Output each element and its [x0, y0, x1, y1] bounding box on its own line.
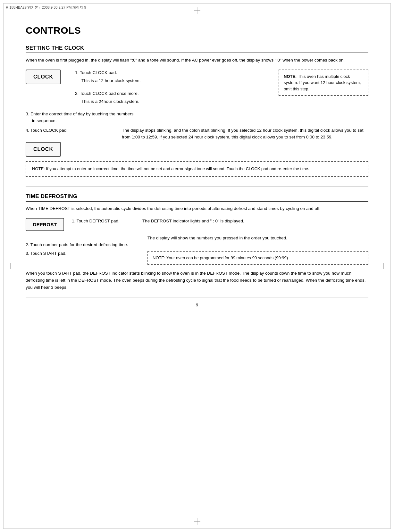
time-defrosting-title: TIME DEFROSTING — [26, 193, 368, 202]
page-title: CONTROLS — [26, 25, 368, 36]
defrost-step3-row: 3. Touch START pad. NOTE: Your oven can … — [26, 251, 368, 265]
defrost-step2-right: The display will show the numbers you pr… — [147, 235, 368, 242]
defrost-step1-right: The DEFROST indicator lights and " : 0" … — [142, 218, 368, 225]
defrost-note-box: NOTE: Your oven can be programmed for 99… — [147, 251, 368, 265]
defrost-note-bold: NOTE: — [153, 255, 165, 260]
bottom-divider — [26, 297, 368, 297]
setting-clock-title: SETTING THE CLOCK — [26, 45, 368, 53]
defrost-step1-left: 1. Touch DEFROST pad. — [72, 218, 142, 225]
step2b-text: This is a 24hour clock system. — [81, 98, 272, 105]
clock-step4-row: 4. Touch CLOCK pad. CLOCK The display st… — [26, 127, 368, 157]
defrost-step3-text: 3. Touch START pad. — [26, 251, 147, 256]
time-defrosting-section: TIME DEFROSTING When TIME DEFROST is sel… — [26, 193, 368, 291]
section-divider-1 — [26, 187, 368, 187]
step4-left: 4. Touch CLOCK pad. CLOCK — [26, 127, 122, 157]
crosshair-top-icon — [194, 7, 200, 14]
defrost-step2-text: 2. Touch number pads for the desired def… — [26, 235, 147, 248]
note2-bold: NOTE: — [32, 166, 45, 171]
steps-col1: 1. Touch CLOCK pad. This is a 12 hour cl… — [75, 70, 272, 106]
defrost-closing-para: When you touch START pad, the DEFROST in… — [26, 270, 368, 291]
note-box-1: NOTE: This oven has multiple clock syste… — [279, 70, 368, 96]
step4-right: The display stops blinking, and the colo… — [122, 127, 368, 141]
clock-steps-row1: CLOCK 1. Touch CLOCK pad. This is a 12 h… — [26, 70, 368, 106]
defrost-step2-row: 2. Touch number pads for the desired def… — [26, 235, 368, 248]
setting-clock-section: SETTING THE CLOCK When the oven is first… — [26, 45, 368, 177]
defrost-row1: DEFROST 1. Touch DEFROST pad. The DEFROS… — [26, 218, 368, 231]
step1b-text: This is a 12 hour clock system. — [81, 78, 272, 84]
page-content: CONTROLS SETTING THE CLOCK When the oven… — [0, 9, 394, 327]
note-box-2: NOTE: If you attempt to enter an incorre… — [26, 161, 368, 177]
step4-text: 4. Touch CLOCK pad. — [26, 127, 122, 134]
note2-text: If you attempt to enter an incorrect tim… — [45, 166, 309, 171]
step2-text: 2. Touch CLOCK pad once more. — [75, 90, 272, 97]
header-text: R-188HBA27(영기본）2008.9.30 2:27 PM 페이지 9 — [6, 5, 86, 10]
note1-bold: NOTE: — [284, 74, 297, 79]
step1-text: 1. Touch CLOCK pad. — [75, 70, 272, 76]
clock-button-2: CLOCK — [26, 142, 61, 157]
defrost-note-text: Your oven can be programmed for 99 minut… — [165, 255, 288, 260]
clock-button-1: CLOCK — [26, 70, 61, 84]
setting-clock-intro: When the oven is first plugged in, the d… — [26, 57, 368, 64]
crosshair-bottom-icon — [194, 518, 200, 525]
defrost-button: DEFROST — [26, 218, 64, 231]
defrost-intro: When TIME DEFROST is selected, the autom… — [26, 205, 368, 212]
page-number: 9 — [26, 303, 368, 307]
crosshair-right-icon — [380, 263, 387, 269]
clock-button-wrap1: CLOCK — [26, 70, 67, 84]
step3-text: 3. Enter the correct time of day by touc… — [26, 111, 368, 124]
crosshair-left-icon — [7, 263, 14, 269]
defrost-step1-label: 1. Touch DEFROST pad. — [72, 219, 120, 223]
